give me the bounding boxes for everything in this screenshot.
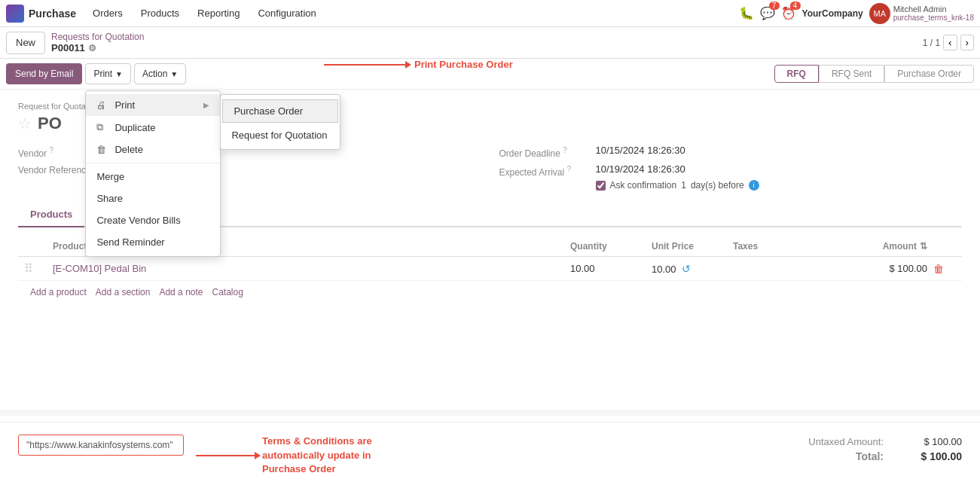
print-label: Print [93, 69, 112, 79]
terms-value: "https://www.kanakinfosystems.com" [18, 435, 184, 456]
expected-arrival-value: 10/19/2024 18:26:30 [596, 163, 685, 175]
user-info[interactable]: MA Mitchell Admin purchase_terms_knk-18 [869, 3, 974, 24]
days-before-label: day(s) before [691, 180, 744, 191]
menu-divider [86, 163, 220, 163]
add-section-link[interactable]: Add a section [96, 287, 151, 297]
order-deadline-value: 10/15/2024 18:26:30 [596, 145, 685, 156]
print-annotation-text: Print Purchase Order [414, 59, 513, 70]
menu-item-merge[interactable]: Merge [86, 166, 220, 188]
table-row: ⠿ [E-COM10] Pedal Bin 10.00 10.00 ↺ $ 10… [18, 257, 962, 281]
tab-products[interactable]: Products [18, 203, 84, 227]
chat-button[interactable]: 💬 7 [760, 6, 775, 20]
app-icon [6, 5, 24, 23]
order-deadline-label: Order Deadline ? [499, 145, 590, 159]
create-vendor-bills-label: Create Vendor Bills [96, 215, 180, 226]
reset-price-icon[interactable]: ↺ [682, 263, 691, 275]
nav-reporting[interactable]: Reporting [188, 0, 249, 27]
send-email-button[interactable]: Send by Email [6, 63, 82, 84]
print-dropdown-menu: 🖨 Print ▶ Purchase Order Request for Quo… [85, 90, 221, 257]
untaxed-row: Untaxed Amount: $ 100.00 [808, 435, 962, 449]
ask-confirmation-label: Ask confirmation [610, 180, 677, 191]
menu-item-print[interactable]: 🖨 Print ▶ Purchase Order Request for Quo… [86, 94, 220, 116]
top-navigation: Purchase Orders Products Reporting Confi… [0, 0, 980, 27]
action-button[interactable]: Action ▼ [134, 63, 186, 84]
submenu-rfq[interactable]: Request for Quotation [221, 124, 340, 146]
merge-label: Merge [96, 171, 124, 182]
company-name: YourCompany [802, 8, 863, 19]
total-row: Total: $ 100.00 [808, 449, 962, 464]
terms-arrow-line [196, 455, 256, 456]
order-deadline-field-row: Order Deadline ? 10/15/2024 18:26:30 [499, 142, 963, 161]
delete-label: Delete [114, 144, 143, 155]
form-title: PO [38, 114, 62, 133]
pagination-text: 1 / 1 [923, 38, 940, 48]
breadcrumb-current: P00011 ⚙ [51, 42, 144, 53]
status-rfq-sent[interactable]: RFQ Sent [819, 65, 884, 83]
status-bar: RFQ RFQ Sent Purchase Order [774, 65, 974, 83]
status-purchase-order[interactable]: Purchase Order [884, 65, 974, 83]
send-reminder-label: Send Reminder [96, 236, 164, 248]
breadcrumb-parent[interactable]: Requests for Quotation [51, 32, 144, 42]
star-icon[interactable]: ☆ [18, 114, 32, 133]
product-name[interactable]: [E-COM10] Pedal Bin [53, 263, 564, 274]
info-icon[interactable]: i [749, 180, 759, 191]
totals-area: Untaxed Amount: $ 100.00 Total: $ 100.00 [808, 435, 962, 464]
prev-arrow[interactable]: ‹ [943, 35, 957, 50]
bug-button[interactable]: 🐛 [739, 6, 754, 20]
ask-confirmation-days: 1 [681, 180, 686, 191]
submenu-purchase-order[interactable]: Purchase Order [222, 99, 338, 123]
drag-handle[interactable]: ⠿ [24, 261, 47, 276]
settings-icon[interactable]: ⚙ [88, 43, 96, 53]
order-deadline-help-icon[interactable]: ? [563, 146, 567, 154]
total-label: Total: [856, 450, 884, 462]
activity-badge: 4 [790, 2, 801, 10]
menu-item-delete[interactable]: 🗑 Delete [86, 139, 220, 160]
annotation-container: Terms & Conditions are automatically upd… [196, 435, 413, 476]
nav-menu: Orders Products Reporting Configuration [84, 0, 325, 27]
product-quantity: 10.00 [570, 263, 646, 274]
add-row: Add a product Add a section Add a note C… [18, 281, 962, 303]
delete-row-icon[interactable]: 🗑 [933, 263, 956, 275]
product-unit-price: 10.00 [652, 264, 676, 275]
action-label: Action [142, 69, 167, 79]
user-avatar: MA [869, 3, 890, 24]
print-button-container: Print ▼ 🖨 Print ▶ Purchase Order [85, 63, 131, 84]
print-arrow-line [324, 64, 407, 66]
top-right-area: 🐛 💬 7 ⏰ 4 YourCompany MA Mitchell Admin … [739, 3, 974, 24]
activity-button[interactable]: ⏰ 4 [781, 6, 796, 20]
menu-item-send-reminder[interactable]: Send Reminder [86, 231, 220, 253]
submenu-rfq-label: Request for Quotation [231, 130, 327, 141]
expected-arrival-help-icon[interactable]: ? [567, 165, 572, 173]
submenu-purchase-order-label: Purchase Order [234, 105, 303, 117]
duplicate-label: Duplicate [114, 122, 155, 133]
menu-item-duplicate[interactable]: ⧉ Duplicate [86, 116, 220, 139]
expected-arrival-label: Expected Arrival ? [499, 163, 590, 178]
next-arrow[interactable]: › [960, 35, 974, 50]
add-note-link[interactable]: Add a note [159, 287, 203, 297]
status-rfq[interactable]: RFQ [774, 65, 819, 83]
user-subtitle: purchase_terms_knk-18 [893, 14, 974, 22]
bottom-area: "https://www.kanakinfosystems.com" Terms… [0, 422, 980, 488]
untaxed-value: $ 100.00 [902, 436, 962, 447]
catalog-link[interactable]: Catalog [212, 287, 243, 297]
vendor-help-icon[interactable]: ? [49, 146, 53, 154]
chat-badge: 7 [769, 2, 780, 10]
nav-products[interactable]: Products [132, 0, 188, 27]
action-chevron-icon: ▼ [170, 70, 178, 78]
add-product-link[interactable]: Add a product [30, 287, 87, 297]
menu-item-share[interactable]: Share [86, 188, 220, 209]
nav-configuration[interactable]: Configuration [249, 0, 325, 27]
print-submenu-chevron: ▶ [203, 101, 209, 109]
main-content: Send by Email Print ▼ 🖨 Print ▶ [0, 59, 980, 488]
print-button[interactable]: Print ▼ [85, 63, 131, 84]
new-button[interactable]: New [6, 32, 45, 54]
ask-confirmation-checkbox[interactable] [596, 181, 606, 191]
share-label: Share [96, 193, 123, 204]
nav-orders[interactable]: Orders [84, 0, 132, 27]
total-value: $ 100.00 [902, 450, 962, 462]
col-amount: Amount ⇅ [852, 241, 927, 252]
terms-annotation: "https://www.kanakinfosystems.com" Terms… [18, 435, 413, 476]
terms-arrow-head [255, 452, 261, 459]
adjust-icon[interactable]: ⇅ [920, 241, 927, 252]
menu-item-create-vendor-bills[interactable]: Create Vendor Bills [86, 209, 220, 231]
